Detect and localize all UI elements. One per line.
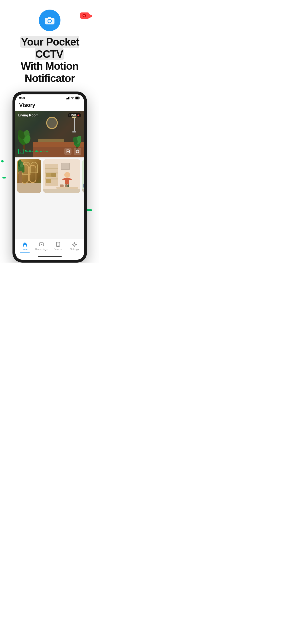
svg-point-37 xyxy=(19,160,22,164)
nav-item-settings[interactable]: Settings xyxy=(66,242,83,252)
nav-label-home: Home xyxy=(22,248,28,250)
svg-point-2 xyxy=(48,20,51,22)
home-bar-container xyxy=(15,254,84,260)
headline-section: Your Pocket CCTV With Motion Notificator xyxy=(0,34,99,89)
svg-rect-15 xyxy=(76,97,79,99)
app-title: Visory xyxy=(19,102,35,108)
deco-pill-left xyxy=(3,177,6,178)
live-badge: LIVE xyxy=(68,113,81,118)
svg-rect-46 xyxy=(61,163,70,170)
svg-rect-32 xyxy=(29,165,36,182)
courtyard-scene xyxy=(17,159,41,193)
svg-rect-53 xyxy=(56,187,78,189)
headline-line1: Your Pocket CCTV xyxy=(20,36,79,60)
camera-thumb-2[interactable] xyxy=(43,159,80,193)
svg-point-13 xyxy=(72,99,73,99)
status-icons xyxy=(66,96,80,100)
svg-rect-3 xyxy=(48,17,51,19)
camera-thumb-1[interactable] xyxy=(17,159,41,193)
nav-item-home[interactable]: Home xyxy=(17,242,33,252)
signal-icon xyxy=(66,96,70,100)
live-label-area: Living Room LIVE xyxy=(15,111,84,120)
svg-point-26 xyxy=(20,152,21,152)
app-icon-section xyxy=(0,0,99,34)
camera-thumb-3[interactable] xyxy=(82,159,84,193)
cam2-bg xyxy=(43,159,80,193)
svg-rect-42 xyxy=(45,168,58,169)
svg-point-8 xyxy=(83,14,85,16)
battery-icon xyxy=(75,96,80,100)
nav-label-recordings: Recordings xyxy=(35,248,48,250)
room-label: Living Room xyxy=(18,113,39,117)
cam3-bg xyxy=(82,159,84,193)
svg-marker-28 xyxy=(67,151,69,152)
svg-rect-16 xyxy=(79,98,80,98)
svg-rect-44 xyxy=(51,173,56,177)
motion-bar: Motion detection xyxy=(15,146,84,158)
phone-mockup-container: 9:30 xyxy=(0,92,99,262)
nav-item-devices[interactable]: Devices xyxy=(50,242,66,252)
nav-item-recordings[interactable]: Recordings xyxy=(33,242,50,252)
svg-rect-48 xyxy=(65,178,69,184)
svg-point-29 xyxy=(77,151,78,152)
svg-rect-58 xyxy=(43,189,80,193)
settings-btn[interactable] xyxy=(74,148,81,155)
svg-point-47 xyxy=(64,172,70,178)
svg-rect-45 xyxy=(46,179,51,183)
svg-rect-43 xyxy=(46,173,51,177)
motion-detection-label: Motion detection xyxy=(18,149,48,154)
home-icon xyxy=(22,242,28,247)
page-wrapper: Your Pocket CCTV With Motion Notificator… xyxy=(0,0,99,262)
settings-icon xyxy=(72,242,77,247)
camera-grid xyxy=(15,158,84,196)
blank-area xyxy=(15,196,84,239)
motion-controls xyxy=(64,148,81,155)
svg-rect-9 xyxy=(66,98,67,100)
cam1-bg xyxy=(17,159,41,193)
deco-dot-left xyxy=(1,160,4,162)
headline-line2: With Motion xyxy=(21,60,78,72)
devices-icon xyxy=(55,242,61,247)
svg-rect-76 xyxy=(57,243,59,244)
recordings-icon xyxy=(39,242,44,247)
phone-screen: 9:30 xyxy=(15,94,84,260)
app-icon[interactable] xyxy=(39,10,60,31)
headline-line3: Notificator xyxy=(25,72,75,84)
live-badge-text: LIVE xyxy=(70,114,76,117)
svg-point-77 xyxy=(74,244,75,245)
camera-icon xyxy=(44,14,56,26)
camera-grid-inner xyxy=(15,158,84,195)
svg-rect-57 xyxy=(65,185,67,187)
nav-label-settings: Settings xyxy=(70,248,79,250)
home-bar xyxy=(38,256,62,257)
playback-btn[interactable] xyxy=(64,148,72,155)
live-dot xyxy=(77,114,79,116)
live-feed[interactable]: Living Room LIVE xyxy=(15,111,84,158)
headline: Your Pocket CCTV With Motion Notificator xyxy=(5,36,95,84)
svg-rect-56 xyxy=(60,184,64,187)
wifi-icon xyxy=(71,96,74,100)
svg-marker-73 xyxy=(41,244,43,245)
svg-rect-71 xyxy=(82,189,84,193)
svg-point-75 xyxy=(58,245,58,246)
motion-icon xyxy=(18,149,24,154)
bottom-nav: Home Recordings xyxy=(15,239,84,254)
child-scene xyxy=(43,159,80,193)
home-active-indicator xyxy=(20,252,30,252)
svg-marker-6 xyxy=(89,14,92,18)
motion-text: Motion detection xyxy=(25,150,48,153)
nav-label-devices: Devices xyxy=(54,248,62,250)
svg-rect-12 xyxy=(69,96,70,100)
svg-rect-10 xyxy=(67,98,68,100)
status-time: 9:30 xyxy=(19,96,25,100)
plant-scene xyxy=(82,159,84,193)
svg-rect-11 xyxy=(68,97,69,100)
svg-point-4 xyxy=(52,18,54,20)
red-camera-badge xyxy=(79,10,92,24)
app-header: Visory xyxy=(15,100,84,111)
phone-frame: 9:30 xyxy=(13,92,87,262)
svg-rect-30 xyxy=(17,183,41,193)
status-bar: 9:30 xyxy=(15,94,84,100)
